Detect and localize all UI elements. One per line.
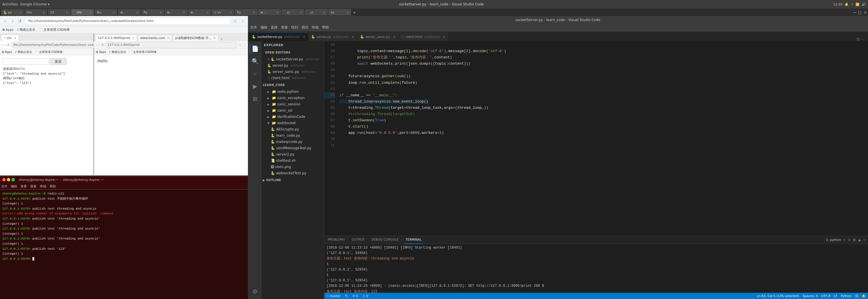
terminal-menu-file[interactable]: 文件	[1, 184, 7, 189]
tab-mu[interactable]: mu ×	[25, 9, 47, 15]
tab-cr1[interactable]: C cr ×	[282, 9, 304, 15]
maximize-btn[interactable]: □	[858, 10, 862, 14]
tab-w2[interactable]: w... ×	[165, 9, 187, 15]
tab-print[interactable]: 127.0.0.1:9000/print ×	[95, 35, 137, 41]
encoding-indicator[interactable]: UTF-8	[821, 294, 830, 298]
send-button[interactable]: 发送	[50, 58, 67, 65]
right-fwd-btn[interactable]: ›	[98, 43, 100, 47]
terminal-max-btn[interactable]	[11, 178, 15, 181]
tab-json[interactable]: js读取解析JSON数据-字... ×	[173, 35, 219, 41]
folder-verification[interactable]: ▶ 📁 VerificationCode	[261, 113, 324, 120]
tab-clic[interactable]: ⚡ clic ×	[71, 9, 94, 15]
menu-terminal[interactable]: 终端	[312, 25, 318, 30]
kill-terminal-btn[interactable]: 🗑	[853, 238, 856, 242]
cursor-position[interactable]: Ln 63, Col 5 (176 selected)	[757, 294, 799, 298]
new-tab-right-btn[interactable]: +	[219, 37, 224, 41]
chrome-label[interactable]: Google Chrome ▾	[20, 2, 50, 6]
url-bar[interactable]: file:///home/shensy/myFile/Code/Python/s…	[25, 18, 231, 25]
folder-redis[interactable]: ▶ 📁 redis-python	[261, 89, 324, 95]
open-file-socketserver[interactable]: ✕ 🐍 socketServer.py webSocket	[261, 56, 324, 62]
menu-help[interactable]: 帮助	[322, 25, 329, 30]
language-indicator[interactable]: Python	[841, 294, 851, 298]
error-count[interactable]: ✕ 0	[352, 294, 358, 298]
right-csdn-bmark[interactable]: 📄 文章管理-CSDN博	[129, 50, 156, 54]
tab-ru[interactable]: Ru ×	[95, 9, 117, 15]
maximize-panel-btn[interactable]: ▲	[858, 238, 861, 242]
settings-btn[interactable]: ⋮	[240, 18, 246, 24]
tab-server-py[interactable]: 🐍 server.py webSocket ×	[308, 32, 357, 41]
terminal-dropdown-btn[interactable]: 1: python	[826, 238, 841, 242]
left-fwd-btn[interactable]: ›	[4, 42, 6, 48]
tab-py[interactable]: 🐍 py ×	[1, 9, 24, 15]
file-shelltest[interactable]: 📜 shelltest.sh	[261, 158, 324, 164]
terminal-content[interactable]: shensy@shensy-Aspire:~$ redis-cli 127.0.…	[0, 190, 248, 299]
tab-12[interactable]: 12 ×	[48, 9, 71, 15]
left-apps-bmark[interactable]: ⊞ Apps	[2, 51, 12, 54]
open-file-server[interactable]: 🐍 server.py webSocket	[261, 62, 324, 69]
new-tab-btn[interactable]: +	[353, 10, 356, 14]
terminal-menu-edit[interactable]: 编辑	[11, 184, 17, 189]
tab-baidu[interactable]: www.baidu.com ×	[137, 35, 172, 41]
forward-btn[interactable]: ›	[10, 18, 16, 24]
tab-vv[interactable]: ☰ vv ×	[212, 9, 234, 15]
terminal-menu-help[interactable]: 帮助	[50, 184, 56, 189]
file-makeqr[interactable]: 🐍 makeqrcode.py	[261, 139, 324, 145]
minimize-btn[interactable]: ─	[854, 10, 856, 14]
code-content[interactable]: topic,content=message[1].decode('utf-8')…	[337, 41, 868, 236]
right-back-btn[interactable]: ‹	[96, 43, 97, 47]
bookmark-star[interactable]: ☆	[232, 18, 238, 24]
open-file-server-sanic[interactable]: 🐍 server_sanic.py webSocket	[261, 69, 324, 75]
menu-view[interactable]: 查看	[281, 25, 288, 30]
tab-py3[interactable]: Py ×	[235, 9, 258, 15]
warning-count[interactable]: ⚠ 0	[363, 294, 368, 298]
file-wstest[interactable]: 🐍 websocketTest.py	[261, 170, 324, 176]
open-file-client[interactable]: ⬡ client.html webSocket	[261, 75, 324, 81]
spaces-indicator[interactable]: Spaces: 4	[802, 294, 817, 298]
terminal-min-btn[interactable]	[7, 178, 10, 181]
refresh-btn[interactable]: ↺	[17, 18, 23, 24]
csdn-bookmark[interactable]: 📄 文章管理-CSDN博	[39, 28, 69, 32]
terminal-tab[interactable]: TERMINAL	[404, 236, 423, 244]
menu-debug[interactable]: 调试	[302, 25, 308, 30]
close-panel-btn[interactable]: ×	[863, 238, 866, 242]
folder-websocket[interactable]: ▼ 📂 webSocket	[261, 120, 324, 126]
right-music-bmark[interactable]: ♪ 网易云音乐	[109, 50, 126, 54]
problems-tab[interactable]: PROBLEMS	[327, 236, 346, 244]
apps-bookmark[interactable]: ⊞ Apps	[2, 28, 13, 32]
right-refresh-btn[interactable]: ↺	[101, 43, 104, 47]
debug-console-tab[interactable]: DEBUG CONSOLE	[370, 236, 400, 244]
left-refresh-btn[interactable]: ↺	[7, 42, 10, 48]
tab-py2[interactable]: Py ×	[141, 9, 164, 15]
terminal-output[interactable]: [2018-12-06 11:23:15 +0800] [10491] [INF…	[324, 244, 868, 293]
more-actions-btn[interactable]: ⋯	[861, 37, 865, 41]
explorer-activity[interactable]: 📄	[250, 43, 260, 54]
tab-server-sanic[interactable]: 🐍 server_sanic.py ×	[358, 32, 399, 41]
activities-btn[interactable]: Activities	[2, 2, 18, 6]
file-server2[interactable]: 🐍 server2.py	[261, 151, 324, 158]
menu-file[interactable]: 文件	[250, 25, 257, 30]
git-activity[interactable]: ⑂	[250, 69, 260, 79]
folder-session[interactable]: ▶ 📁 sanic_session	[261, 101, 324, 107]
split-editor-btn[interactable]: ⊡	[857, 37, 860, 41]
tab-cr2[interactable]: C cr ×	[305, 9, 328, 15]
terminal-menu-search[interactable]: 搜索	[30, 184, 36, 189]
terminal-close-btn[interactable]	[2, 178, 6, 181]
tab-client-html[interactable]: ⚡ clic ×	[1, 35, 19, 41]
file-learncode[interactable]: 🐍 learn_code.py	[261, 132, 324, 139]
menu-edit[interactable]: 编辑	[260, 25, 267, 30]
split-terminal-btn[interactable]: ⊡	[848, 238, 850, 242]
file-shenpng[interactable]: 🖼 shen.png	[261, 164, 324, 170]
tab-socketserver[interactable]: 🐍 socketServer.py webSocket ×	[249, 32, 308, 41]
close-btn[interactable]: ×	[864, 10, 867, 14]
feedback-icon[interactable]: 😊	[855, 294, 858, 298]
terminal-menu-view[interactable]: 查看	[21, 184, 27, 189]
output-tab[interactable]: OUTPUT	[350, 236, 366, 244]
menu-goto[interactable]: 转到	[291, 25, 298, 30]
left-back-btn[interactable]: ‹	[2, 42, 3, 48]
right-apps-bmark[interactable]: ⊞ Apps	[96, 51, 106, 54]
menu-select[interactable]: 选择	[271, 25, 278, 30]
tab-client-html[interactable]: ⬡ client.html webSocket ×	[399, 32, 448, 41]
message-input[interactable]	[3, 58, 49, 65]
tab-w1[interactable]: w... ×	[118, 9, 141, 15]
add-terminal-btn[interactable]: +	[843, 238, 846, 242]
